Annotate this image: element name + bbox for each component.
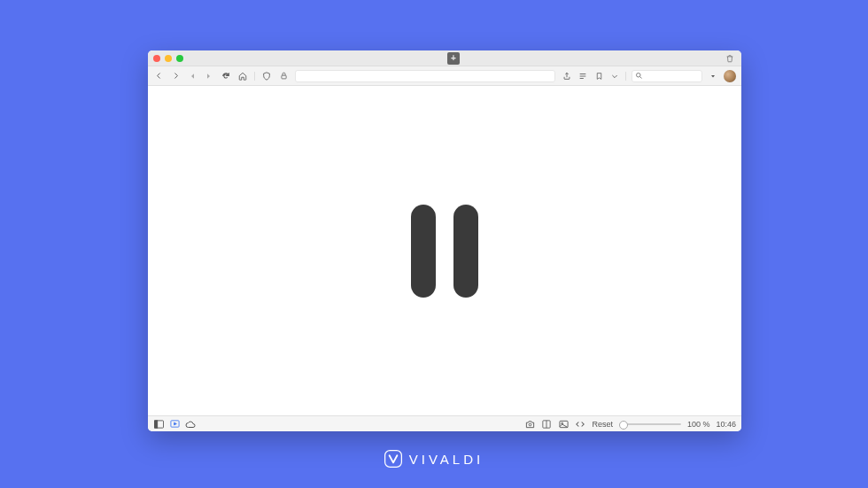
svg-point-1 (637, 74, 641, 78)
tab-strip: + (183, 52, 724, 65)
browser-window: + (148, 50, 741, 431)
rewind-icon (189, 73, 196, 80)
navigation-toolbar (148, 66, 741, 86)
toolbar-divider (625, 72, 626, 81)
image-toggle-button[interactable] (558, 419, 569, 430)
tiling-icon (542, 420, 551, 429)
trash-icon (725, 54, 734, 63)
back-button[interactable] (153, 71, 164, 81)
break-mode-button[interactable] (169, 419, 180, 430)
fast-forward-icon (205, 73, 213, 80)
play-outline-icon (170, 419, 180, 429)
home-icon (238, 72, 247, 81)
vivaldi-logo-icon (384, 450, 402, 468)
status-left (153, 419, 196, 430)
close-window-button[interactable] (153, 55, 160, 62)
search-dropdown-button[interactable] (708, 71, 718, 81)
search-icon (635, 72, 643, 80)
title-bar: + (148, 50, 741, 66)
search-box[interactable] (632, 70, 702, 82)
shield-icon (262, 72, 271, 81)
svg-rect-3 (154, 420, 157, 427)
svg-rect-0 (281, 75, 285, 79)
bookmark-icon (595, 72, 603, 81)
shield-button[interactable] (261, 71, 272, 81)
code-icon (576, 420, 585, 429)
profile-avatar-button[interactable] (724, 70, 736, 82)
camera-icon (525, 420, 535, 429)
fast-forward-button[interactable] (204, 71, 214, 81)
pause-icon (411, 205, 478, 298)
plus-icon: + (451, 54, 456, 63)
clock-label: 10:46 (716, 420, 736, 429)
rewind-button[interactable] (187, 71, 198, 81)
brand-name: VIVALDI (409, 452, 484, 467)
downloads-button[interactable] (609, 71, 620, 81)
reload-icon (221, 72, 230, 81)
minimize-window-button[interactable] (165, 55, 172, 62)
panel-icon (154, 420, 164, 429)
reload-button[interactable] (221, 71, 231, 81)
share-button[interactable] (562, 71, 572, 81)
panel-toggle-button[interactable] (153, 419, 164, 430)
zoom-slider[interactable] (619, 423, 681, 425)
address-bar[interactable] (295, 70, 555, 82)
status-bar: Reset 100 % 10:46 (148, 415, 741, 431)
traffic-lights (153, 55, 183, 62)
reader-view-button[interactable] (577, 71, 588, 81)
new-tab-button[interactable]: + (447, 52, 460, 65)
zoom-reset-button[interactable]: Reset (592, 420, 613, 429)
chevron-down-icon (611, 73, 618, 80)
tiling-button[interactable] (541, 419, 552, 430)
page-content (148, 86, 741, 415)
toolbar-divider (254, 72, 255, 81)
svg-point-5 (529, 423, 531, 426)
chevron-right-icon (172, 72, 180, 80)
reader-icon (578, 72, 587, 81)
share-icon (562, 72, 571, 81)
triangle-down-icon (710, 74, 716, 79)
page-actions-button[interactable] (575, 419, 585, 430)
forward-button[interactable] (170, 71, 181, 81)
capture-button[interactable] (524, 419, 535, 430)
image-icon (559, 420, 569, 429)
zoom-level-label: 100 % (687, 420, 710, 429)
lock-icon (280, 72, 288, 80)
svg-rect-9 (384, 451, 401, 468)
site-info-button[interactable] (278, 71, 289, 81)
status-right: Reset 100 % 10:46 (524, 419, 736, 430)
bookmark-button[interactable] (593, 71, 604, 81)
maximize-window-button[interactable] (176, 55, 183, 62)
sync-status-button[interactable] (185, 419, 196, 430)
trash-closed-tabs-button[interactable] (724, 54, 736, 63)
home-button[interactable] (237, 71, 248, 81)
toolbar-right (562, 70, 736, 82)
chevron-left-icon (155, 72, 163, 80)
brand-footer: VIVALDI (0, 450, 868, 468)
cloud-icon (185, 420, 196, 429)
